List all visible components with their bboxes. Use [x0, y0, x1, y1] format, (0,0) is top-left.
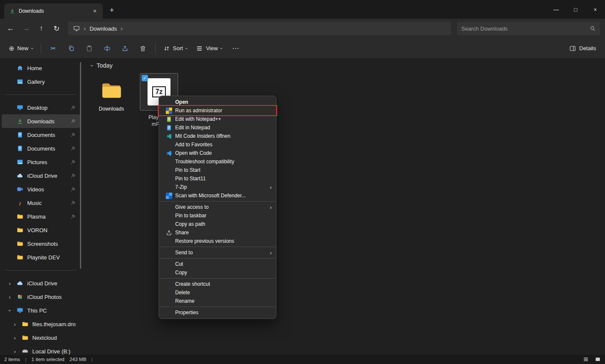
chevron-right-icon: ›	[9, 294, 11, 300]
sidebar-item-videos[interactable]: Videos	[2, 182, 80, 196]
sort-button[interactable]: Sort ›	[159, 41, 192, 56]
menu-item-open-with-code[interactable]: Open with Code	[159, 149, 276, 157]
ellipsis-icon: ⋯	[232, 44, 239, 52]
new-button[interactable]: ⊕ New ›	[5, 41, 37, 56]
sidebar-item-voron[interactable]: VORON	[2, 223, 80, 237]
menu-item-add-to-favorites[interactable]: Add to Favorites	[159, 140, 276, 149]
minimize-button[interactable]: —	[546, 0, 566, 19]
sidebar-item-documents-2[interactable]: Documents	[2, 142, 80, 155]
menu-item-pin-to-start[interactable]: Pin to Start	[159, 166, 276, 174]
refresh-button[interactable]: ↻	[49, 21, 64, 36]
document-icon	[16, 131, 24, 138]
sidebar-scrollbar[interactable]	[80, 62, 81, 269]
sort-icon	[163, 45, 170, 52]
close-button[interactable]: ×	[585, 0, 605, 19]
sidebar-item-files-thejosam[interactable]: › files.thejosam.dns.navy	[7, 317, 80, 331]
sidebar-item-this-pc[interactable]: › This PC	[2, 304, 80, 317]
sidebar-item-icloud-photos[interactable]: › iCloud Photos	[2, 290, 80, 304]
copy-button[interactable]	[63, 41, 80, 56]
menu-item-send-to[interactable]: Send to ›	[159, 248, 276, 257]
group-header-today[interactable]: › Today	[91, 61, 605, 70]
details-view-toggle[interactable]	[583, 356, 589, 362]
sidebar-item-gallery[interactable]: Gallery	[2, 75, 80, 88]
chevron-right-icon: ›	[14, 321, 16, 327]
forward-button[interactable]: →	[19, 21, 33, 36]
pin-icon	[71, 159, 76, 165]
sidebar-item-downloads[interactable]: Downloads	[2, 114, 80, 128]
sidebar-item-screenshots[interactable]: Screenshots	[2, 237, 80, 250]
tab-downloads[interactable]: Downloads ×	[4, 3, 103, 19]
notepad-icon	[162, 125, 175, 131]
menu-item-create-shortcut[interactable]: Create shortcut	[159, 280, 276, 288]
selection-count: 1 item selected	[31, 357, 64, 362]
home-icon	[16, 65, 24, 71]
view-button[interactable]: View ›	[192, 41, 226, 56]
sidebar-item-playnite-dev[interactable]: Playnite DEV	[2, 250, 80, 264]
menu-item-edit-in-notepad[interactable]: Edit in Notepad	[159, 123, 276, 132]
folder-icon	[21, 334, 29, 341]
menu-item-cut[interactable]: Cut	[159, 260, 276, 268]
menu-item-pin-to-start11[interactable]: Pin to Start11	[159, 174, 276, 183]
share-button[interactable]	[116, 41, 133, 56]
breadcrumb-chevron-icon: ›	[121, 25, 123, 32]
chevron-down-icon: ›	[7, 310, 13, 311]
status-bar: 2 items | 1 item selected 243 MB |	[0, 355, 605, 364]
menu-item-edit-with-notepadpp[interactable]: Edit with Notepad++	[159, 115, 276, 123]
sidebar-divider	[5, 270, 77, 270]
menu-item-pin-to-taskbar[interactable]: Pin to taskbar	[159, 211, 276, 220]
menu-item-give-access-to[interactable]: Give access to ›	[159, 203, 276, 211]
menu-item-run-as-administrator[interactable]: Run as administrator	[159, 106, 276, 115]
search-input[interactable]	[461, 26, 586, 32]
sidebar-item-documents[interactable]: Documents	[2, 128, 80, 142]
thumbnail-view-toggle[interactable]	[595, 356, 601, 362]
menu-item-troubleshoot-compatibility[interactable]: Troubleshoot compatibility	[159, 157, 276, 166]
up-button[interactable]: ↑	[34, 21, 48, 36]
paste-button[interactable]	[81, 41, 98, 56]
folder-icon	[16, 213, 24, 220]
defender-shield-icon	[162, 193, 175, 199]
tab-close-icon[interactable]: ×	[90, 6, 99, 16]
computer-icon	[16, 307, 24, 314]
details-button[interactable]: Details	[565, 41, 600, 56]
menu-item-delete[interactable]: Delete	[159, 288, 276, 297]
menu-item-rename[interactable]: Rename	[159, 297, 276, 305]
breadcrumb-downloads[interactable]: Downloads	[90, 26, 117, 32]
sidebar-item-pictures[interactable]: Pictures	[2, 155, 80, 169]
menu-item-7zip[interactable]: 7-Zip ›	[159, 183, 276, 191]
file-explorer-window: Downloads × + — □ × ← → ↑ ↻ › Downloads …	[0, 0, 605, 364]
new-tab-button[interactable]: +	[105, 4, 118, 17]
document-icon	[16, 145, 24, 152]
pin-icon	[71, 214, 76, 219]
sidebar-item-home[interactable]: Home	[2, 61, 80, 75]
delete-button[interactable]	[134, 41, 151, 56]
more-options-button[interactable]: ⋯	[227, 41, 244, 56]
sidebar-item-music[interactable]: ♪ Music	[2, 196, 80, 210]
menu-item-share[interactable]: Share	[159, 228, 276, 237]
picture-icon	[16, 159, 24, 165]
menu-item-scan-with-defender[interactable]: Scan with Microsoft Defender...	[159, 191, 276, 200]
sidebar-item-plasma[interactable]: Plasma	[2, 210, 80, 223]
sidebar-item-local-drive-b[interactable]: › Local Drive (B:)	[7, 344, 80, 355]
navigation-pane: Home Gallery Desktop Downloads	[0, 59, 82, 355]
sidebar-item-desktop[interactable]: Desktop	[2, 101, 80, 114]
back-button[interactable]: ←	[3, 21, 18, 36]
menu-item-restore-previous-versions[interactable]: Restore previous versions	[159, 237, 276, 245]
search-box[interactable]	[457, 22, 600, 35]
maximize-button[interactable]: □	[566, 0, 585, 19]
sidebar-item-nextcloud[interactable]: › Nextcloud	[7, 331, 80, 344]
selection-checkbox[interactable]: ✓	[142, 75, 148, 81]
menu-item-open[interactable]: Open	[159, 98, 276, 106]
download-icon	[16, 118, 24, 125]
file-tile-downloads-folder[interactable]: Downloads	[91, 73, 132, 113]
cut-button[interactable]: ✂	[45, 41, 62, 56]
menu-item-copy[interactable]: Copy	[159, 268, 276, 277]
sidebar-item-icloud-drive[interactable]: iCloud Drive	[2, 169, 80, 182]
this-pc-icon	[73, 25, 80, 32]
rename-button[interactable]	[99, 41, 116, 56]
folder-icon	[16, 254, 24, 261]
sidebar-item-icloud-drive-tree[interactable]: › iCloud Drive	[2, 276, 80, 290]
address-bar[interactable]: › Downloads ›	[68, 22, 451, 35]
menu-item-open-code-insiders[interactable]: Mit Code Insiders öffnen	[159, 132, 276, 140]
menu-item-properties[interactable]: Properties	[159, 308, 276, 317]
menu-item-copy-as-path[interactable]: Copy as path	[159, 220, 276, 228]
